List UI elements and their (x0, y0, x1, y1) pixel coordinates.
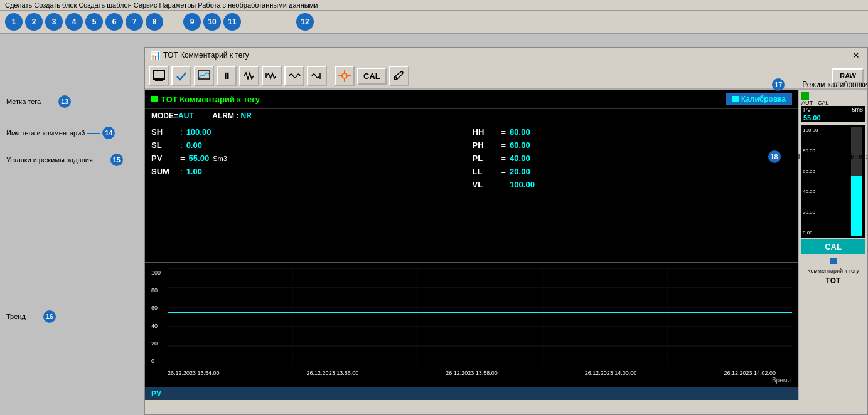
pv-label-bar: PV (145, 387, 798, 400)
rp-comment-label: Комментарий к тегу (799, 266, 867, 275)
param-pv-unit: Sm3 (213, 155, 227, 162)
rp-blue-square (830, 258, 837, 264)
annotation-14: Имя тега и комментарий 14 (6, 127, 115, 139)
trend-button[interactable] (194, 66, 214, 86)
gauge-label-100: 100.00 (803, 127, 818, 133)
annotation-16: Тренд 16 (6, 310, 56, 323)
pause-button[interactable]: ⏸ (217, 66, 237, 86)
window-title-bar: 📊 TOT Комментарий к тегу ✕ (145, 48, 867, 63)
param-ph-sep: = (501, 140, 506, 150)
pv-label-text: PV (151, 389, 161, 398)
param-pl: PL = 40.00 (473, 152, 793, 165)
param-sum-sep: : (180, 167, 183, 176)
rp-top: AUT CAL PV 5m8 55.00 (799, 90, 867, 125)
param-pv: PV = 55.00 Sm3 (151, 152, 471, 165)
num-btn-5[interactable]: 5 (85, 13, 103, 31)
param-vl: VL = 100.00 (473, 178, 793, 191)
rp-bottom-spacer (799, 286, 867, 400)
cal-button[interactable]: CAL (357, 68, 387, 85)
time-label-0: 26.12.2023 13:54:00 (168, 370, 220, 376)
param-ph-label: PH (473, 140, 498, 150)
numbered-toolbar: 1 2 3 4 5 6 7 8 9 10 11 12 (0, 11, 868, 34)
wave2-button[interactable] (262, 66, 282, 86)
y-label-60: 60 (151, 305, 161, 311)
param-hh-label: HH (473, 127, 498, 137)
params-grid: SH : 100.00 SL : 0.00 PV = 55.00 Sm3 (145, 123, 798, 194)
close-button[interactable]: ✕ (852, 50, 862, 60)
param-pl-label: PL (473, 154, 498, 163)
params-right-col: HH = 80.00 PH = 60.00 PL = 40.00 (473, 125, 793, 191)
rp-green-indicator (801, 92, 809, 100)
svg-point-6 (342, 73, 347, 78)
num-btn-8[interactable]: 8 (146, 13, 163, 31)
gauge-label-20: 20.00 (803, 209, 818, 215)
y-label-20: 20 (151, 340, 161, 347)
wave3-button[interactable] (284, 66, 304, 86)
right-panel: AUT CAL PV 5m8 55.00 100.00 80.00 (798, 90, 867, 400)
param-ll: LL = 20.00 (473, 165, 793, 178)
param-pl-sep: = (501, 154, 506, 163)
num-btn-7[interactable]: 7 (126, 13, 143, 31)
trend-svg (168, 268, 792, 365)
rp-pv-label: PV (803, 107, 811, 113)
param-sh: SH : 100.00 (151, 125, 471, 139)
check-button[interactable] (171, 66, 191, 86)
param-sh-label: SH (151, 127, 176, 137)
num-btn-6[interactable]: 6 (105, 13, 123, 31)
param-sum-label: SUM (151, 167, 176, 176)
rp-pv-time: 5m8 (852, 107, 863, 113)
rp-comment-text: Комментарий к тегу (807, 268, 859, 274)
main-content: TOT Комментарий к тегу Калибровка MODE=A… (145, 90, 867, 400)
param-ph-val: 60.00 (510, 140, 530, 150)
num-btn-2[interactable]: 2 (25, 13, 43, 31)
main-window: 📊 TOT Комментарий к тегу ✕ ⏸ (144, 47, 868, 415)
menu-text: Сделать Создать блок Создать шаблон Серв… (5, 1, 318, 9)
top-menu-bar: Сделать Создать блок Создать шаблон Серв… (0, 0, 868, 11)
gauge-label-0: 0.00 (803, 230, 818, 236)
wave4-button[interactable] (307, 66, 327, 86)
tag-title-text: TOT Комментарий к тегу (161, 95, 260, 104)
param-pv-label: PV (151, 154, 176, 163)
rp-cal-button[interactable]: CAL (801, 239, 865, 254)
num-btn-11[interactable]: 11 (223, 13, 241, 31)
cal-badge-dot (732, 96, 739, 102)
annotation-13: Метка тега 13 (6, 95, 71, 108)
param-vl-label: VL (473, 180, 498, 189)
num-btn-1[interactable]: 1 (5, 13, 23, 31)
svg-rect-10 (348, 75, 351, 76)
wave1-button[interactable] (239, 66, 259, 86)
param-hh-sep: = (501, 127, 506, 137)
rp-pv-time-row: PV 5m8 (801, 106, 865, 113)
rp-pv-value: 55.00 (801, 113, 865, 122)
num-btn-12[interactable]: 12 (296, 13, 314, 31)
time-label-3: 26.12.2023 14:00:00 (585, 370, 637, 376)
trend-axis-label: Время (150, 376, 793, 384)
param-sum-val: 1.00 (186, 167, 202, 176)
mode-label: MODE (151, 112, 174, 120)
annotation-15: Уставки и режимы задания 15 (6, 154, 123, 166)
monitor-button[interactable] (149, 66, 169, 86)
wrench-button[interactable] (389, 66, 409, 86)
gauge-label-40: 40.00 (803, 189, 818, 194)
rp-cal-button-text: CAL (825, 242, 842, 251)
num-btn-4[interactable]: 4 (65, 13, 83, 31)
time-label-2: 26.12.2023 13:58:00 (446, 370, 498, 376)
tag-face-spacer (145, 194, 798, 262)
annotation-16-label: Тренд (6, 313, 26, 320)
svg-rect-7 (344, 70, 345, 73)
y-label-40: 40 (151, 323, 161, 329)
num-btn-9[interactable]: 9 (183, 13, 201, 31)
annotation-14-label: Имя тега и комментарий (6, 129, 85, 137)
cal-badge: Калибровка (726, 93, 792, 105)
svg-rect-9 (338, 75, 341, 76)
num-btn-3[interactable]: 3 (45, 13, 63, 31)
settings1-button[interactable] (335, 66, 355, 86)
num-btn-10[interactable]: 10 (203, 13, 221, 31)
tag-header: TOT Комментарий к тегу Калибровка (145, 90, 798, 109)
trend-axis-label-text: Время (772, 377, 791, 384)
time-label-1: 26.12.2023 13:56:00 (307, 370, 359, 376)
trend-chart-container: 100 80 60 40 20 0 (150, 268, 793, 369)
rp-tot-text: TOT (826, 276, 841, 285)
alrm-label: ALRM (212, 112, 234, 120)
rp-tot-label: TOT (799, 275, 867, 286)
